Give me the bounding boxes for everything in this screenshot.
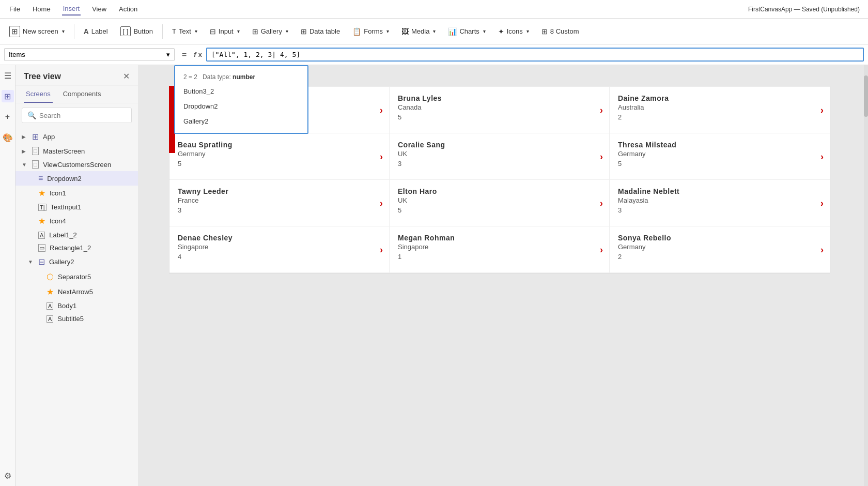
sep5-icon: ⬡ xyxy=(47,272,54,282)
tree-item-masterscreen[interactable]: ▶ □ MasterScreen xyxy=(16,144,138,158)
tree-item-body1[interactable]: A Body1 xyxy=(16,299,138,312)
app-expand-icon: ▶ xyxy=(22,134,30,140)
data-table-btn-label: Data table xyxy=(309,27,340,35)
tree-item-icon4[interactable]: ★ Icon4 xyxy=(16,214,138,229)
main-content: ☰ ⊞ + 🎨 ⚙ Tree view ✕ Screens Components… xyxy=(0,65,868,486)
dropdown-item-dropdown2[interactable]: Dropdown2 xyxy=(175,99,307,114)
tree-item-viewcustomersscreen[interactable]: ▼ □ ViewCustomersScreen xyxy=(16,158,138,171)
hamburger-icon-btn[interactable]: ☰ xyxy=(2,69,14,82)
tree-item-subtitle5[interactable]: A Subtitle5 xyxy=(16,312,138,325)
gallery-next-arrow-icon: › xyxy=(820,151,824,162)
forms-icon: 📋 xyxy=(352,27,361,36)
gallery-cell[interactable]: Beau Spratling Germany 5 › xyxy=(169,133,390,180)
menu-insert[interactable]: Insert xyxy=(62,3,81,16)
label-button[interactable]: A Label xyxy=(79,25,113,38)
sidebar-header: Tree view ✕ xyxy=(16,65,138,86)
tree-item-icon1[interactable]: ★ Icon1 xyxy=(16,186,138,201)
tree-item-app[interactable]: ▶ ⊞ App xyxy=(16,129,138,144)
gallery-cell-num: 3 xyxy=(398,160,601,168)
icons-icon: ✦ xyxy=(498,27,504,36)
data-type-label: Data type: xyxy=(203,73,231,81)
text-button[interactable]: T Text ▾ xyxy=(167,25,203,38)
tree-item-separator5[interactable]: ⬡ Separator5 xyxy=(16,269,138,284)
input-button[interactable]: ⊟ Input ▾ xyxy=(205,25,245,38)
layers-icon-btn[interactable]: ⊞ xyxy=(2,90,14,102)
tab-components[interactable]: Components xyxy=(61,86,103,103)
gallery-cell-name: Beau Spratling xyxy=(178,141,381,149)
app-title: FirstCanvasApp — Saved (Unpublished) xyxy=(748,6,860,13)
gallery-cell-name: Denae Chesley xyxy=(178,234,381,242)
charts-button[interactable]: 📊 Charts ▾ xyxy=(443,25,490,38)
menu-action[interactable]: Action xyxy=(118,3,138,15)
masterscreen-label: MasterScreen xyxy=(43,147,134,155)
gallery-cell-num: 4 xyxy=(178,253,381,261)
formula-input[interactable] xyxy=(206,48,864,62)
nextarrow5-icon: ★ xyxy=(47,287,54,297)
search-container: 🔍 xyxy=(22,108,132,123)
media-icon: 🖼 xyxy=(401,27,409,36)
gallery-cell[interactable]: Daine Zamora Australia 2 › xyxy=(610,87,830,133)
tree-item-label1-2[interactable]: A Label1_2 xyxy=(16,229,138,241)
subtitle5-label: Subtitle5 xyxy=(57,315,134,323)
gallery-cell[interactable]: Madaline Neblett Malayasia 3 › xyxy=(610,180,830,226)
x-label: x xyxy=(198,51,202,58)
forms-arrow-icon: ▾ xyxy=(386,28,389,34)
label1-2-icon: A xyxy=(38,232,45,239)
gallery-cell[interactable]: Denae Chesley Singapore 4 › xyxy=(169,226,390,273)
fx-icon: f xyxy=(194,51,196,58)
nextarrow5-label: NextArrow5 xyxy=(58,288,134,296)
menu-view[interactable]: View xyxy=(91,3,107,15)
gallery-cell[interactable]: Megan Rohman Singapore 1 › xyxy=(390,226,610,273)
gallery-cell[interactable]: Tawny Leeder France 3 › xyxy=(169,180,390,226)
dropdown-hint: 2 = 2 Data type: number xyxy=(175,70,307,84)
tree-item-rectangle1-2[interactable]: ▭ Rectangle1_2 xyxy=(16,241,138,254)
gallery-button[interactable]: ⊞ Gallery ▾ xyxy=(247,25,293,38)
data-table-button[interactable]: ⊞ Data table xyxy=(296,25,345,38)
gallery-next-arrow-icon: › xyxy=(600,244,603,255)
gallery-cell[interactable]: Sonya Rebello Germany 2 › xyxy=(610,226,830,273)
menu-home[interactable]: Home xyxy=(32,3,52,15)
tree-item-dropdown2[interactable]: ≡ Dropdown2 ••• xyxy=(16,171,138,186)
paint-icon-btn[interactable]: 🎨 xyxy=(2,131,14,144)
forms-button[interactable]: 📋 Forms ▾ xyxy=(347,25,394,38)
gallery-cell[interactable]: Elton Haro UK 5 › xyxy=(390,180,610,226)
formula-dropdown[interactable]: Items ▾ xyxy=(4,48,175,61)
icon4-icon: ★ xyxy=(38,216,45,226)
search-input[interactable] xyxy=(39,112,126,119)
tree-item-gallery2[interactable]: ▼ ⊟ Gallery2 xyxy=(16,254,138,269)
gallery-cell-num: 3 xyxy=(178,206,381,214)
settings-icon-btn[interactable]: ⚙ xyxy=(2,469,14,482)
gallery-cell[interactable]: Thresa Milstead Germany 5 › xyxy=(610,133,830,180)
gallery-cell-country: Singapore xyxy=(178,243,381,251)
gallery-cell-country: Singapore xyxy=(398,243,601,251)
charts-icon: 📊 xyxy=(448,27,457,36)
gallery-cell-num: 3 xyxy=(618,206,822,214)
scroll-thumb[interactable] xyxy=(864,75,868,117)
scroll-indicator[interactable] xyxy=(864,65,868,486)
dropdown-item-button3-2[interactable]: Button3_2 xyxy=(175,84,307,99)
tab-screens[interactable]: Screens xyxy=(24,86,53,103)
input-icon: ⊟ xyxy=(210,27,216,36)
custom-button[interactable]: ⊞ 8 Custom xyxy=(536,25,584,38)
sidebar-close-button[interactable]: ✕ xyxy=(123,71,130,81)
menu-file[interactable]: File xyxy=(8,3,21,15)
add-icon-btn[interactable]: + xyxy=(2,111,14,123)
data-type-value: number xyxy=(233,73,255,81)
gallery-cell-num: 5 xyxy=(398,113,601,121)
gallery-cell-country: Malayasia xyxy=(618,196,822,204)
media-button[interactable]: 🖼 Media ▾ xyxy=(396,25,441,38)
input-btn-label: Input xyxy=(219,27,234,35)
tree-item-textinput1[interactable]: T| TextInput1 xyxy=(16,201,138,214)
gallery-next-arrow-icon: › xyxy=(600,198,603,208)
dropdown-item-gallery2[interactable]: Gallery2 xyxy=(175,114,307,129)
button-icon: [ ] xyxy=(120,26,131,36)
sidebar-wrapper: ☰ ⊞ + 🎨 ⚙ Tree view ✕ Screens Components… xyxy=(0,65,138,486)
formula-fx-button[interactable]: f x xyxy=(194,51,202,58)
new-screen-button[interactable]: ⊞ New screen ▾ xyxy=(4,23,70,40)
tree-item-nextarrow5[interactable]: ★ NextArrow5 xyxy=(16,284,138,299)
gallery-cell[interactable]: Bruna Lyles Canada 5 › xyxy=(390,87,610,133)
gallery-cell[interactable]: Coralie Sang UK 3 › xyxy=(390,133,610,180)
rect1-2-icon: ▭ xyxy=(38,244,45,252)
button-button[interactable]: [ ] Button xyxy=(115,24,158,39)
icons-button[interactable]: ✦ Icons ▾ xyxy=(493,25,534,38)
